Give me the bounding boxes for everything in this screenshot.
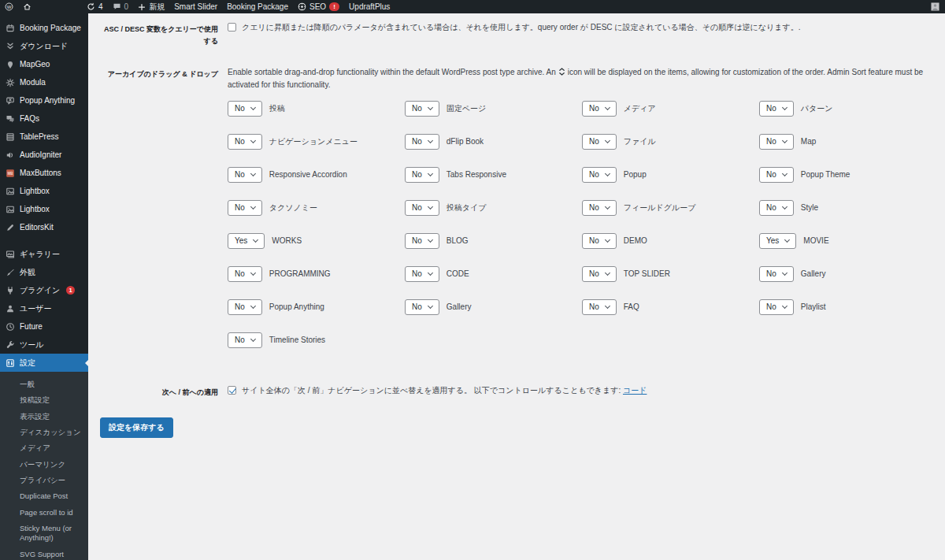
plugin-icon: [6, 286, 15, 295]
sort-select-top-slider[interactable]: No: [582, 266, 617, 282]
sort-cell-nav-menu: Noナビゲーションメニュー: [228, 134, 405, 150]
sort-select-programming[interactable]: No: [228, 266, 262, 282]
sidebar-item-tablepress[interactable]: TablePress: [0, 128, 88, 146]
sort-cell-media: Noメディア: [582, 101, 759, 117]
sidebar-item-lightbox-2[interactable]: Lightbox: [0, 200, 88, 218]
next-prev-description: サイト全体の「次 / 前」ナビゲーションに並べ替えを適用する。 以下でコントロー…: [242, 384, 647, 397]
code-link[interactable]: コード: [623, 386, 647, 395]
sort-cell-timeline-stories: NoTimeline Stories: [228, 332, 405, 348]
clock-icon: [6, 322, 15, 332]
download-icon: [6, 42, 15, 51]
submenu-svg-support[interactable]: SVG Support: [0, 547, 83, 560]
submenu-privacy[interactable]: プライバシー: [0, 473, 83, 488]
sidebar-item-faqs[interactable]: FAQs: [0, 109, 88, 128]
sort-select-nav-menu[interactable]: No: [228, 134, 262, 150]
sidebar-item-settings[interactable]: 設定: [0, 354, 88, 372]
smart-slider-menu[interactable]: Smart Slider: [169, 0, 222, 13]
submenu-permalinks[interactable]: パーマリンク: [0, 457, 83, 473]
sidebar-item-gallery[interactable]: ギャラリー: [0, 245, 88, 263]
gallery-icon: [6, 250, 15, 259]
sidebar-item-download[interactable]: ダウンロード: [0, 37, 88, 55]
sort-select-patterns[interactable]: No: [759, 101, 794, 117]
seo-logo-icon: [298, 2, 306, 11]
new-content-menu[interactable]: 新規: [133, 0, 169, 13]
next-prev-checkbox[interactable]: [228, 386, 236, 395]
sort-select-popup[interactable]: No: [582, 167, 617, 183]
sort-select-gallery-2[interactable]: No: [405, 299, 439, 315]
sidebar-item-modula[interactable]: Modula: [0, 73, 88, 91]
comment-icon: [113, 2, 121, 11]
sort-select-dflip[interactable]: No: [405, 134, 439, 150]
booking-package-menu[interactable]: Booking Package: [222, 0, 293, 13]
post-type-sort-grid: No投稿 No固定ページ Noメディア Noパターン Noナビゲーションメニュー…: [228, 101, 936, 348]
site-home-menu[interactable]: [18, 0, 36, 13]
archive-dnd-row: アーカイブのドラッグ & ドロップ Enable sortable drag-a…: [100, 66, 933, 348]
asc-desc-label: ASC / DESC 変数をクエリーで使用する: [100, 21, 218, 48]
sort-select-demo[interactable]: No: [582, 233, 617, 249]
sort-cell-gallery-1: NoGallery: [759, 266, 936, 282]
sidebar-item-editorskit[interactable]: EditorsKit: [0, 218, 88, 236]
sidebar-item-audioigniter[interactable]: AudioIgniter: [0, 146, 88, 164]
submenu-duplicate-post[interactable]: Duplicate Post: [0, 488, 83, 504]
updraftplus-menu[interactable]: UpdraftPlus: [344, 0, 395, 13]
sort-select-post-type[interactable]: No: [405, 200, 439, 216]
sort-select-field-group[interactable]: No: [582, 200, 617, 216]
sort-select-works[interactable]: Yes: [228, 233, 265, 249]
sort-cell-demo: NoDEMO: [582, 233, 759, 249]
sort-select-blog[interactable]: No: [405, 233, 439, 249]
settings-submenu: 一般 投稿設定 表示設定 ディスカッション メディア パーマリンク プライバシー…: [0, 372, 88, 560]
location-pin-icon: [6, 60, 15, 69]
sort-select-tabs-responsive[interactable]: No: [405, 167, 439, 183]
updates-menu[interactable]: 4: [82, 0, 108, 13]
sort-select-media[interactable]: No: [582, 101, 617, 117]
sort-cell-code: NoCODE: [405, 266, 582, 282]
chat-bubbles-icon: [6, 114, 15, 124]
mb-square-icon: MB: [6, 169, 15, 178]
sidebar-item-maxbuttons[interactable]: MB MaxButtons: [0, 164, 88, 182]
sort-select-taxonomy[interactable]: No: [228, 200, 262, 216]
sidebar-item-lightbox-1[interactable]: Lightbox: [0, 182, 88, 200]
sidebar-item-popup-anything[interactable]: Popup Anything: [0, 91, 88, 109]
sort-select-popup-theme[interactable]: No: [759, 167, 794, 183]
sort-cell-files: Noファイル: [582, 134, 759, 150]
sort-select-faq[interactable]: No: [582, 299, 617, 315]
asc-desc-checkbox[interactable]: [228, 23, 236, 32]
sort-select-gallery-1[interactable]: No: [759, 266, 794, 282]
my-account-menu[interactable]: [926, 0, 945, 13]
save-settings-button[interactable]: 設定を保存する: [100, 417, 173, 438]
sidebar-item-appearance[interactable]: 外観: [0, 263, 88, 281]
wp-logo-menu[interactable]: W: [0, 0, 18, 13]
submenu-sticky-menu[interactable]: Sticky Menu (or Anything!): [0, 521, 83, 547]
submenu-discussion[interactable]: ディスカッション: [0, 425, 83, 440]
submenu-reading[interactable]: 表示設定: [0, 409, 83, 425]
comments-menu[interactable]: 0: [108, 0, 134, 13]
sidebar-item-plugins[interactable]: プラグイン 1: [0, 281, 88, 299]
sort-select-files[interactable]: No: [582, 134, 617, 150]
image-icon: [6, 205, 15, 214]
seo-menu[interactable]: SEO !: [293, 0, 344, 13]
asc-desc-row: ASC / DESC 変数をクエリーで使用する クエリに昇順または降順のパラメー…: [100, 21, 933, 48]
sort-select-pages[interactable]: No: [405, 101, 439, 117]
sidebar-item-tools[interactable]: ツール: [0, 336, 88, 354]
submenu-media[interactable]: メディア: [0, 440, 83, 456]
sort-cell-style: NoStyle: [759, 200, 936, 216]
sidebar-item-booking-package[interactable]: Booking Package: [0, 19, 88, 37]
sort-select-playlist[interactable]: No: [759, 299, 794, 315]
sort-select-posts[interactable]: No: [228, 101, 262, 117]
sidebar-item-future[interactable]: Future: [0, 317, 88, 336]
submenu-writing[interactable]: 投稿設定: [0, 392, 83, 408]
popup-bubble-icon: [6, 96, 15, 106]
sort-cell-playlist: NoPlaylist: [759, 299, 936, 315]
sidebar-item-mapgeo[interactable]: MapGeo: [0, 55, 88, 73]
sort-select-style[interactable]: No: [759, 200, 794, 216]
updates-count: 4: [98, 2, 103, 11]
sidebar-item-users[interactable]: ユーザー: [0, 299, 88, 317]
sort-select-popup-anything[interactable]: No: [228, 299, 262, 315]
sort-select-map[interactable]: No: [759, 134, 794, 150]
submenu-page-scroll-to-id[interactable]: Page scroll to id: [0, 505, 83, 521]
submenu-general[interactable]: 一般: [0, 376, 83, 392]
sort-select-code[interactable]: No: [405, 266, 439, 282]
sort-select-resp-accordion[interactable]: No: [228, 167, 262, 183]
sort-select-timeline-stories[interactable]: No: [228, 332, 262, 348]
sort-select-movie[interactable]: Yes: [759, 233, 796, 249]
